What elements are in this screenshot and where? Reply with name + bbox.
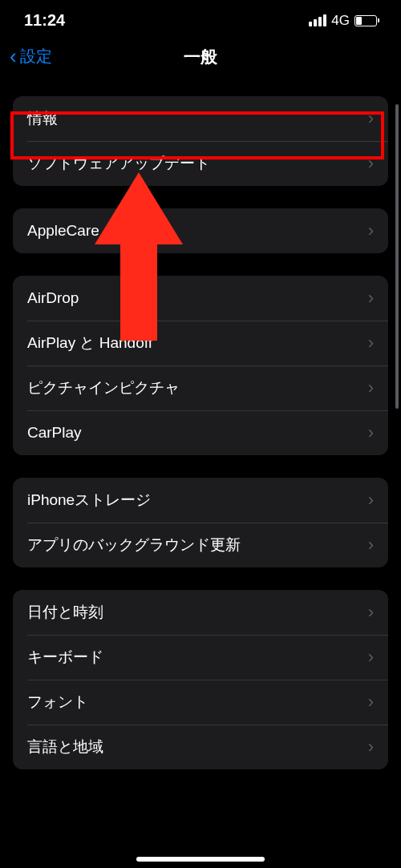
settings-group: 日付と時刻 › キーボード › フォント › 言語と地域 › xyxy=(13,590,388,769)
chevron-right-icon: › xyxy=(368,108,374,129)
chevron-right-icon: › xyxy=(368,490,374,511)
row-label: ピクチャインピクチャ xyxy=(27,377,180,398)
row-label: iPhoneストレージ xyxy=(27,490,151,511)
signal-icon xyxy=(309,14,326,26)
row-label: アプリのバックグラウンド更新 xyxy=(27,535,241,555)
chevron-right-icon: › xyxy=(368,153,374,174)
status-time: 11:24 xyxy=(24,11,65,30)
chevron-right-icon: › xyxy=(368,602,374,623)
row-label: 日付と時刻 xyxy=(27,602,103,623)
settings-group: AppleCare と保証 › xyxy=(13,208,388,253)
row-about[interactable]: 情報 › xyxy=(13,96,388,141)
settings-group: iPhoneストレージ › アプリのバックグラウンド更新 › xyxy=(13,478,388,567)
status-right: 4G xyxy=(309,13,377,29)
network-label: 4G xyxy=(331,13,350,29)
row-label: ソフトウェアアップデート xyxy=(27,153,210,174)
row-airplay[interactable]: AirPlay と Handoff › xyxy=(13,321,388,365)
row-language-region[interactable]: 言語と地域 › xyxy=(13,725,388,769)
chevron-right-icon: › xyxy=(368,333,374,353)
battery-icon xyxy=(354,15,377,26)
chevron-right-icon: › xyxy=(368,377,374,398)
row-keyboard[interactable]: キーボード › xyxy=(13,635,388,680)
row-label: AirDrop xyxy=(27,289,79,307)
row-label: 情報 xyxy=(27,108,58,129)
row-label: AppleCare と保証 xyxy=(27,220,149,241)
row-airdrop[interactable]: AirDrop › xyxy=(13,276,388,321)
chevron-right-icon: › xyxy=(368,535,374,555)
chevron-left-icon: ‹ xyxy=(10,46,17,67)
row-software-update[interactable]: ソフトウェアアップデート › xyxy=(13,141,388,186)
chevron-right-icon: › xyxy=(368,220,374,241)
settings-content: 情報 › ソフトウェアアップデート › AppleCare と保証 › AirD… xyxy=(0,96,401,769)
settings-group: 情報 › ソフトウェアアップデート › xyxy=(13,96,388,186)
row-label: 言語と地域 xyxy=(27,737,103,757)
chevron-right-icon: › xyxy=(368,692,374,713)
nav-header: ‹ 設定 一般 xyxy=(0,38,401,82)
row-label: キーボード xyxy=(27,647,103,668)
chevron-right-icon: › xyxy=(368,737,374,757)
row-label: フォント xyxy=(27,692,88,713)
row-background-refresh[interactable]: アプリのバックグラウンド更新 › xyxy=(13,523,388,567)
chevron-right-icon: › xyxy=(368,647,374,668)
row-label: AirPlay と Handoff xyxy=(27,333,152,353)
settings-group: AirDrop › AirPlay と Handoff › ピクチャインピクチャ… xyxy=(13,276,388,455)
row-carplay[interactable]: CarPlay › xyxy=(13,410,388,455)
home-indicator[interactable] xyxy=(136,857,265,862)
chevron-right-icon: › xyxy=(368,422,374,443)
row-pip[interactable]: ピクチャインピクチャ › xyxy=(13,365,388,410)
back-button[interactable]: ‹ 設定 xyxy=(10,46,52,67)
row-iphone-storage[interactable]: iPhoneストレージ › xyxy=(13,478,388,523)
back-label: 設定 xyxy=(20,46,52,67)
scroll-indicator[interactable] xyxy=(395,104,399,409)
page-title: 一般 xyxy=(184,46,217,68)
status-bar: 11:24 4G xyxy=(0,0,401,38)
row-fonts[interactable]: フォント › xyxy=(13,680,388,725)
chevron-right-icon: › xyxy=(368,288,374,309)
row-label: CarPlay xyxy=(27,424,82,442)
row-date-time[interactable]: 日付と時刻 › xyxy=(13,590,388,635)
row-applecare[interactable]: AppleCare と保証 › xyxy=(13,208,388,253)
